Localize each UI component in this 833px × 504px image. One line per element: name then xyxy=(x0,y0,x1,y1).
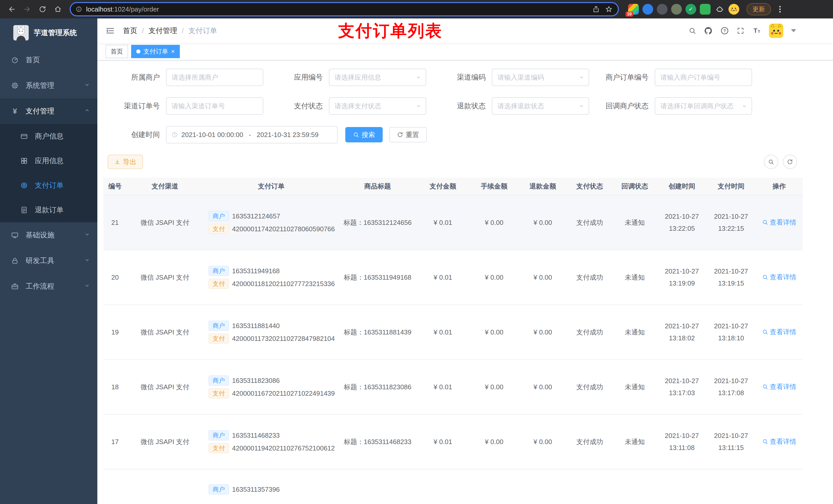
cell-title: 标题：1635311468233 xyxy=(339,414,416,469)
column-header: 编号 xyxy=(103,178,126,195)
refresh-table-button[interactable] xyxy=(783,155,797,169)
chevron-down-icon xyxy=(578,103,585,109)
target-icon xyxy=(20,182,29,189)
share-icon[interactable] xyxy=(592,5,600,13)
payment-submenu: 商户信息 应用信息 支付订单 退款订单 xyxy=(0,124,97,222)
tab-pay-order[interactable]: 支付订单 × xyxy=(131,45,180,58)
cell-notify: 未通知 xyxy=(612,250,657,305)
cell-pay-time: 2021-10-2713:22:15 xyxy=(707,195,756,250)
reset-button[interactable]: 重置 xyxy=(389,127,427,142)
breadcrumb-current: 支付订单 xyxy=(189,26,217,35)
browser-menu-icon[interactable] xyxy=(777,4,783,15)
document-icon xyxy=(20,206,29,214)
github-icon[interactable] xyxy=(704,26,713,35)
site-info-icon[interactable] xyxy=(76,6,82,12)
breadcrumb-home[interactable]: 首页 xyxy=(123,26,137,35)
view-detail-link[interactable]: 查看详情 xyxy=(762,328,796,337)
search-button[interactable]: 搜索 xyxy=(345,127,383,142)
browser-update-button[interactable]: 更新 xyxy=(746,3,771,15)
user-avatar[interactable] xyxy=(769,24,783,38)
cell-action: 查看详情 xyxy=(756,305,803,360)
reload-button[interactable] xyxy=(36,3,49,16)
table-row: 17微信 JSAPI 支付商户1635311468233支付4200001194… xyxy=(103,414,803,469)
channel-pay-no: 4200001194202110276752100612 xyxy=(232,444,335,452)
sidebar-logo[interactable]: 芋道管理系统 xyxy=(0,19,97,47)
extension-icon-3[interactable] xyxy=(657,4,668,15)
sidebar-item-merchant-info[interactable]: 商户信息 xyxy=(0,124,97,148)
refund-status-select[interactable] xyxy=(492,97,589,115)
extension-icon-4[interactable] xyxy=(671,4,682,15)
cell-id: 17 xyxy=(103,414,126,469)
pay-tag: 支付 xyxy=(209,279,229,289)
cell-title: 标题：1635311881439 xyxy=(339,305,416,360)
font-size-icon[interactable]: TT xyxy=(752,26,761,35)
filter-row-3: 创建时间 2021-10-01 00:00:00 - 2021-10-31 23… xyxy=(103,126,833,143)
help-icon[interactable]: ? xyxy=(720,26,729,35)
cell-order: 商户1635311823086支付42000011672021102710224… xyxy=(204,360,339,414)
tags-view-bar: 首页 支付订单 × xyxy=(97,43,833,61)
extension-icon-5[interactable]: ✓ xyxy=(686,4,696,15)
breadcrumb-payment[interactable]: 支付管理 xyxy=(148,26,177,35)
sidebar-item-infra[interactable]: 基础设施 xyxy=(0,222,97,248)
merchant-input[interactable] xyxy=(166,69,263,86)
app-no-select[interactable] xyxy=(329,69,426,86)
cell-fee: ¥ 0.00 xyxy=(470,250,519,305)
channel-code-select[interactable] xyxy=(492,69,589,86)
sidebar-item-pay-order[interactable]: 支付订单 xyxy=(0,173,97,198)
home-button[interactable] xyxy=(51,3,65,16)
chevron-down-icon xyxy=(578,74,585,80)
browser-toolbar: localhost:1024/pay/order 10 ✓ 更新 xyxy=(0,0,833,19)
sidebar-item-workflow[interactable]: 工作流程 xyxy=(0,273,97,299)
extension-icon-6[interactable] xyxy=(700,4,711,15)
view-detail-link[interactable]: 查看详情 xyxy=(762,437,796,446)
back-button[interactable] xyxy=(5,3,19,16)
cell-title: 标题：1635311823086 xyxy=(339,360,416,414)
extension-icon-1[interactable]: 10 xyxy=(628,4,639,15)
table-row: 21微信 JSAPI 支付商户1635312124657支付4200001174… xyxy=(103,195,803,250)
merchant-tag: 商户 xyxy=(209,321,229,331)
extension-icon-2[interactable] xyxy=(642,4,653,15)
forward-button[interactable] xyxy=(21,3,34,16)
avatar-caret-icon[interactable] xyxy=(791,29,796,32)
cell-refund: ¥ 0.00 xyxy=(519,414,567,469)
view-detail-link[interactable]: 查看详情 xyxy=(762,273,796,282)
sidebar-item-app-info[interactable]: 应用信息 xyxy=(0,148,97,173)
sidebar-item-system[interactable]: 系统管理 xyxy=(0,73,97,98)
sidebar-toggle-icon[interactable] xyxy=(105,26,115,35)
search-icon[interactable] xyxy=(689,27,696,34)
url-text: localhost:1024/pay/order xyxy=(86,5,592,13)
extensions-puzzle-icon[interactable] xyxy=(714,4,725,15)
address-bar[interactable]: localhost:1024/pay/order xyxy=(70,2,619,16)
sidebar-item-refund-order[interactable]: 退款订单 xyxy=(0,198,97,222)
merchant-order-no-input[interactable] xyxy=(655,69,752,86)
profile-avatar-icon[interactable] xyxy=(729,4,739,15)
tab-home[interactable]: 首页 xyxy=(105,45,128,58)
sidebar-item-devtools[interactable]: 研发工具 xyxy=(0,248,97,273)
view-detail-link[interactable]: 查看详情 xyxy=(762,218,796,227)
fullscreen-icon[interactable] xyxy=(737,27,744,34)
merchant-order-no: 1635311881440 xyxy=(232,322,280,330)
filter-merchant: 所属商户 xyxy=(103,69,263,86)
merchant-order-no: 1635311357396 xyxy=(232,485,280,494)
sidebar-item-home[interactable]: 首页 xyxy=(0,47,97,73)
range-end: 2021-10-31 23:59:59 xyxy=(257,131,318,139)
svg-text:?: ? xyxy=(723,29,726,33)
bookmark-star-icon[interactable] xyxy=(605,5,613,13)
export-button[interactable]: 导出 xyxy=(108,155,143,169)
chevron-up-icon xyxy=(84,107,90,115)
pay-status-select[interactable] xyxy=(329,97,426,115)
create-time-range-picker[interactable]: 2021-10-01 00:00:00 - 2021-10-31 23:59:5… xyxy=(166,126,338,143)
filter-notify-status: 回调商户状态 xyxy=(592,97,752,115)
notify-status-select[interactable] xyxy=(655,97,752,115)
cell-action: 查看详情 xyxy=(756,414,803,469)
channel-order-no-input[interactable] xyxy=(166,97,263,115)
cell-amount: ¥ 0.01 xyxy=(416,195,470,250)
close-tab-icon[interactable]: × xyxy=(171,48,175,54)
toggle-search-button[interactable] xyxy=(764,155,778,169)
cell-id: 19 xyxy=(103,305,126,360)
cell-amount: ¥ 0.01 xyxy=(416,305,470,360)
filter-pay-status: 支付状态 xyxy=(266,97,426,115)
refresh-icon xyxy=(397,131,403,138)
view-detail-link[interactable]: 查看详情 xyxy=(762,382,796,391)
sidebar-item-payment[interactable]: ¥ 支付管理 xyxy=(0,98,97,124)
